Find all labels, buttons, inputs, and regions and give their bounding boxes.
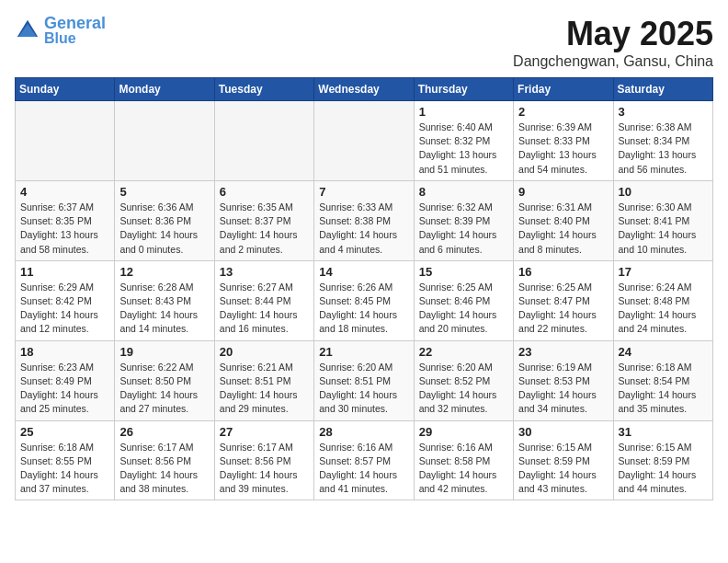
calendar-week-row: 25Sunrise: 6:18 AM Sunset: 8:55 PM Dayli… xyxy=(16,420,713,500)
day-info: Sunrise: 6:33 AM Sunset: 8:38 PM Dayligh… xyxy=(319,201,408,257)
day-info: Sunrise: 6:18 AM Sunset: 8:54 PM Dayligh… xyxy=(619,361,708,417)
calendar-cell: 20Sunrise: 6:21 AM Sunset: 8:51 PM Dayli… xyxy=(214,340,313,420)
calendar-cell xyxy=(115,101,214,181)
calendar-cell: 22Sunrise: 6:20 AM Sunset: 8:52 PM Dayli… xyxy=(414,340,513,420)
day-number: 12 xyxy=(119,265,209,279)
logo-subtext: Blue xyxy=(44,31,106,46)
day-info: Sunrise: 6:20 AM Sunset: 8:52 PM Dayligh… xyxy=(419,361,508,417)
calendar-cell: 30Sunrise: 6:15 AM Sunset: 8:59 PM Dayli… xyxy=(514,420,613,500)
day-number: 21 xyxy=(319,345,408,359)
calendar-cell: 1Sunrise: 6:40 AM Sunset: 8:32 PM Daylig… xyxy=(414,101,513,181)
day-info: Sunrise: 6:20 AM Sunset: 8:51 PM Dayligh… xyxy=(319,361,408,417)
day-info: Sunrise: 6:25 AM Sunset: 8:46 PM Dayligh… xyxy=(419,281,508,337)
day-info: Sunrise: 6:18 AM Sunset: 8:55 PM Dayligh… xyxy=(20,441,109,497)
weekday-header-friday: Friday xyxy=(514,78,613,101)
calendar-cell: 23Sunrise: 6:19 AM Sunset: 8:53 PM Dayli… xyxy=(514,340,613,420)
day-number: 13 xyxy=(220,265,309,279)
calendar-cell xyxy=(214,101,313,181)
calendar-cell: 21Sunrise: 6:20 AM Sunset: 8:51 PM Dayli… xyxy=(314,340,414,420)
calendar-cell: 15Sunrise: 6:25 AM Sunset: 8:46 PM Dayli… xyxy=(414,260,513,340)
day-info: Sunrise: 6:36 AM Sunset: 8:36 PM Dayligh… xyxy=(119,201,209,257)
day-number: 18 xyxy=(20,345,109,359)
calendar-cell: 17Sunrise: 6:24 AM Sunset: 8:48 PM Dayli… xyxy=(613,260,712,340)
calendar-cell: 2Sunrise: 6:39 AM Sunset: 8:33 PM Daylig… xyxy=(514,101,613,181)
calendar-cell: 18Sunrise: 6:23 AM Sunset: 8:49 PM Dayli… xyxy=(16,340,115,420)
day-info: Sunrise: 6:30 AM Sunset: 8:41 PM Dayligh… xyxy=(619,201,708,257)
calendar-week-row: 4Sunrise: 6:37 AM Sunset: 8:35 PM Daylig… xyxy=(16,180,713,260)
day-number: 26 xyxy=(119,425,209,439)
calendar-cell: 9Sunrise: 6:31 AM Sunset: 8:40 PM Daylig… xyxy=(514,180,613,260)
day-info: Sunrise: 6:21 AM Sunset: 8:51 PM Dayligh… xyxy=(220,361,309,417)
day-info: Sunrise: 6:15 AM Sunset: 8:59 PM Dayligh… xyxy=(518,441,608,497)
day-info: Sunrise: 6:16 AM Sunset: 8:57 PM Dayligh… xyxy=(319,441,408,497)
page-header: General Blue May 2025 Dangchengwan, Gans… xyxy=(15,15,713,70)
month-title: May 2025 xyxy=(513,15,713,53)
day-number: 17 xyxy=(619,265,708,279)
calendar-cell: 31Sunrise: 6:15 AM Sunset: 8:59 PM Dayli… xyxy=(613,420,712,500)
calendar-cell: 7Sunrise: 6:33 AM Sunset: 8:38 PM Daylig… xyxy=(314,180,414,260)
day-number: 27 xyxy=(220,425,309,439)
calendar-cell xyxy=(314,101,414,181)
day-number: 20 xyxy=(220,345,309,359)
calendar-cell: 24Sunrise: 6:18 AM Sunset: 8:54 PM Dayli… xyxy=(613,340,712,420)
day-info: Sunrise: 6:19 AM Sunset: 8:53 PM Dayligh… xyxy=(518,361,608,417)
day-info: Sunrise: 6:32 AM Sunset: 8:39 PM Dayligh… xyxy=(419,201,508,257)
calendar-cell: 10Sunrise: 6:30 AM Sunset: 8:41 PM Dayli… xyxy=(613,180,712,260)
title-area: May 2025 Dangchengwan, Gansu, China xyxy=(513,15,713,70)
day-number: 11 xyxy=(20,265,109,279)
calendar-cell: 12Sunrise: 6:28 AM Sunset: 8:43 PM Dayli… xyxy=(115,260,214,340)
day-number: 10 xyxy=(619,185,708,199)
calendar-week-row: 1Sunrise: 6:40 AM Sunset: 8:32 PM Daylig… xyxy=(16,101,713,181)
logo: General Blue xyxy=(15,15,106,46)
day-info: Sunrise: 6:29 AM Sunset: 8:42 PM Dayligh… xyxy=(20,281,109,337)
calendar-cell: 5Sunrise: 6:36 AM Sunset: 8:36 PM Daylig… xyxy=(115,180,214,260)
weekday-header-sunday: Sunday xyxy=(16,78,115,101)
day-info: Sunrise: 6:16 AM Sunset: 8:58 PM Dayligh… xyxy=(419,441,508,497)
day-number: 25 xyxy=(20,425,109,439)
day-info: Sunrise: 6:37 AM Sunset: 8:35 PM Dayligh… xyxy=(20,201,109,257)
day-info: Sunrise: 6:31 AM Sunset: 8:40 PM Dayligh… xyxy=(518,201,608,257)
calendar-cell: 16Sunrise: 6:25 AM Sunset: 8:47 PM Dayli… xyxy=(514,260,613,340)
day-number: 9 xyxy=(518,185,608,199)
day-number: 16 xyxy=(518,265,608,279)
day-number: 22 xyxy=(419,345,508,359)
calendar-cell: 11Sunrise: 6:29 AM Sunset: 8:42 PM Dayli… xyxy=(16,260,115,340)
day-number: 3 xyxy=(619,105,708,119)
day-number: 5 xyxy=(119,185,209,199)
day-number: 23 xyxy=(518,345,608,359)
weekday-header-monday: Monday xyxy=(115,78,214,101)
day-info: Sunrise: 6:22 AM Sunset: 8:50 PM Dayligh… xyxy=(119,361,209,417)
day-info: Sunrise: 6:24 AM Sunset: 8:48 PM Dayligh… xyxy=(619,281,708,337)
calendar-cell: 6Sunrise: 6:35 AM Sunset: 8:37 PM Daylig… xyxy=(214,180,313,260)
day-info: Sunrise: 6:35 AM Sunset: 8:37 PM Dayligh… xyxy=(220,201,309,257)
calendar-cell: 13Sunrise: 6:27 AM Sunset: 8:44 PM Dayli… xyxy=(214,260,313,340)
day-number: 14 xyxy=(319,265,408,279)
calendar-cell: 26Sunrise: 6:17 AM Sunset: 8:56 PM Dayli… xyxy=(115,420,214,500)
day-number: 30 xyxy=(518,425,608,439)
day-info: Sunrise: 6:23 AM Sunset: 8:49 PM Dayligh… xyxy=(20,361,109,417)
weekday-header-wednesday: Wednesday xyxy=(314,78,414,101)
weekday-header-row: SundayMondayTuesdayWednesdayThursdayFrid… xyxy=(16,78,713,101)
day-info: Sunrise: 6:25 AM Sunset: 8:47 PM Dayligh… xyxy=(518,281,608,337)
day-number: 4 xyxy=(20,185,109,199)
day-info: Sunrise: 6:26 AM Sunset: 8:45 PM Dayligh… xyxy=(319,281,408,337)
calendar-week-row: 18Sunrise: 6:23 AM Sunset: 8:49 PM Dayli… xyxy=(16,340,713,420)
day-info: Sunrise: 6:17 AM Sunset: 8:56 PM Dayligh… xyxy=(119,441,209,497)
day-number: 31 xyxy=(619,425,708,439)
calendar-cell: 28Sunrise: 6:16 AM Sunset: 8:57 PM Dayli… xyxy=(314,420,414,500)
day-info: Sunrise: 6:27 AM Sunset: 8:44 PM Dayligh… xyxy=(220,281,309,337)
day-info: Sunrise: 6:38 AM Sunset: 8:34 PM Dayligh… xyxy=(619,121,708,177)
calendar-cell xyxy=(16,101,115,181)
day-info: Sunrise: 6:17 AM Sunset: 8:56 PM Dayligh… xyxy=(220,441,309,497)
calendar-cell: 4Sunrise: 6:37 AM Sunset: 8:35 PM Daylig… xyxy=(16,180,115,260)
weekday-header-tuesday: Tuesday xyxy=(214,78,313,101)
day-info: Sunrise: 6:28 AM Sunset: 8:43 PM Dayligh… xyxy=(119,281,209,337)
calendar-table: SundayMondayTuesdayWednesdayThursdayFrid… xyxy=(15,77,713,500)
logo-text: General xyxy=(44,15,106,31)
day-number: 2 xyxy=(518,105,608,119)
calendar-cell: 25Sunrise: 6:18 AM Sunset: 8:55 PM Dayli… xyxy=(16,420,115,500)
calendar-cell: 14Sunrise: 6:26 AM Sunset: 8:45 PM Dayli… xyxy=(314,260,414,340)
logo-icon xyxy=(15,17,40,43)
day-number: 24 xyxy=(619,345,708,359)
calendar-cell: 8Sunrise: 6:32 AM Sunset: 8:39 PM Daylig… xyxy=(414,180,513,260)
